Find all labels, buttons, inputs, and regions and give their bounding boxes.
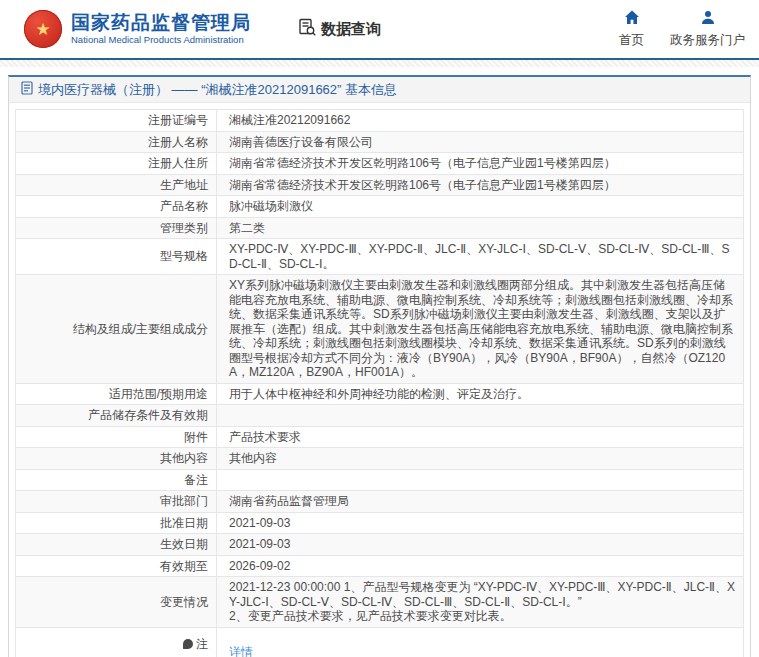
registration-info-table: 注册证编号 湘械注准20212091662 注册人名称 湖南善德医疗设备有限公司… [15,109,744,657]
nav-item-gov-portal[interactable]: 政务服务门户 [670,10,745,49]
table-row: 生效日期 2021-09-03 [16,534,744,556]
row-label: 注册证编号 [16,110,217,132]
table-row: 变更情况 2021-12-23 00:00:00 1、产品型号规格变更为 “XY… [16,577,744,628]
data-query-button[interactable]: 数据查询 [293,18,381,40]
home-icon [624,10,640,29]
row-label: 变更情况 [16,577,217,628]
row-value: 用于人体中枢神经和外周神经功能的检测、评定及治疗。 [217,383,744,405]
row-value: XY-PDC-Ⅳ、XY-PDC-Ⅲ、XY-PDC-Ⅱ、JLC-Ⅱ、XY-JLC-… [217,239,744,275]
agency-name-cn: 国家药品监督管理局 [71,12,251,34]
row-value [217,469,744,491]
row-value: 2021-12-23 00:00:00 1、产品型号规格变更为 “XY-PDC-… [217,577,744,628]
row-value [217,405,744,427]
note-label-text: 注 [196,637,208,652]
emblem-star-icon: ★ [35,21,50,38]
page-title: 境内医疗器械（注册） —— “湘械注准20212091662” 基本信息 [38,81,397,99]
row-label: 注册人住所 [16,153,217,175]
row-value: 湖南省药品监督管理局 [217,491,744,513]
details-link[interactable]: 详情 [229,645,253,657]
row-value: 湖南省常德经济技术开发区乾明路106号（电子信息产业园1号楼第四层） [217,174,744,196]
row-label: 审批部门 [16,491,217,513]
row-label: 其他内容 [16,448,217,470]
table-row: 管理类别 第二类 [16,217,744,239]
row-label: 型号规格 [16,239,217,275]
table-row: 有效期至 2026-09-02 [16,555,744,577]
agency-name-en: National Medical Products Administration [71,34,251,46]
table-row: 适用范围/预期用途 用于人体中枢神经和外周神经功能的检测、评定及治疗。 [16,383,744,405]
row-label: 管理类别 [16,217,217,239]
row-label: 备注 [16,469,217,491]
row-label: 生效日期 [16,534,217,556]
row-label: 结构及组成/主要组成成分 [16,275,217,384]
row-value: 2026-09-02 [217,555,744,577]
document-search-icon [297,18,317,40]
agency-title-block: 国家药品监督管理局 National Medical Products Admi… [71,12,251,46]
table-row: 注册证编号 湘械注准20212091662 [16,110,744,132]
breadcrumb: 境内医疗器械（注册） —— “湘械注准20212091662” 基本信息 [9,77,750,103]
row-label: 适用范围/预期用途 [16,383,217,405]
table-row: 注册人住所 湖南省常德经济技术开发区乾明路106号（电子信息产业园1号楼第四层） [16,153,744,175]
registration-info-table-wrap: 注册证编号 湘械注准20212091662 注册人名称 湖南善德医疗设备有限公司… [9,103,750,657]
row-label: 产品储存条件及有效期 [16,405,217,427]
table-row-note: 注 详情 [16,627,744,657]
row-label: 生产地址 [16,174,217,196]
national-emblem-logo: ★ [24,10,62,48]
note-icon [183,639,193,649]
content-panel: 境内医疗器械（注册） —— “湘械注准20212091662” 基本信息 注册证… [8,75,751,657]
table-row: 其他内容 其他内容 [16,448,744,470]
table-row: 批准日期 2021-09-03 [16,512,744,534]
nav-item-home[interactable]: 首页 [619,10,644,49]
row-label: 附件 [16,426,217,448]
row-label: 注册人名称 [16,131,217,153]
table-row: 型号规格 XY-PDC-Ⅳ、XY-PDC-Ⅲ、XY-PDC-Ⅱ、JLC-Ⅱ、XY… [16,239,744,275]
table-row: 生产地址 湖南省常德经济技术开发区乾明路106号（电子信息产业园1号楼第四层） [16,174,744,196]
site-header: ★ 国家药品监督管理局 National Medical Products Ad… [0,0,759,58]
nav-gov-portal-label: 政务服务门户 [670,32,745,49]
top-nav: 首页 政务服务门户 [619,10,745,49]
table-row: 审批部门 湖南省药品监督管理局 [16,491,744,513]
table-row: 产品名称 脉冲磁场刺激仪 [16,196,744,218]
row-value: 其他内容 [217,448,744,470]
row-label: 注 [16,627,217,657]
table-row: 附件 产品技术要求 [16,426,744,448]
row-value: 湖南善德医疗设备有限公司 [217,131,744,153]
row-label: 产品名称 [16,196,217,218]
table-row: 结构及组成/主要组成成分 XY系列脉冲磁场刺激仪主要由刺激发生器和刺激线圈两部分… [16,275,744,384]
table-row: 备注 [16,469,744,491]
header-hatch-strip [0,60,759,67]
row-value: 产品技术要求 [217,426,744,448]
data-query-label: 数据查询 [321,20,381,39]
row-value: 湘械注准20212091662 [217,110,744,132]
row-value: 湖南省常德经济技术开发区乾明路106号（电子信息产业园1号楼第四层） [217,153,744,175]
row-value: 2021-09-03 [217,512,744,534]
row-value: 脉冲磁场刺激仪 [217,196,744,218]
nav-home-label: 首页 [619,32,644,49]
table-row: 产品储存条件及有效期 [16,405,744,427]
row-value: 第二类 [217,217,744,239]
row-value: XY系列脉冲磁场刺激仪主要由刺激发生器和刺激线圈两部分组成。其中刺激发生器包括高… [217,275,744,384]
document-icon [21,81,33,99]
row-label: 有效期至 [16,555,217,577]
row-value: 2021-09-03 [217,534,744,556]
person-icon [700,10,716,29]
row-value: 详情 [217,627,744,657]
row-label: 批准日期 [16,512,217,534]
table-row: 注册人名称 湖南善德医疗设备有限公司 [16,131,744,153]
